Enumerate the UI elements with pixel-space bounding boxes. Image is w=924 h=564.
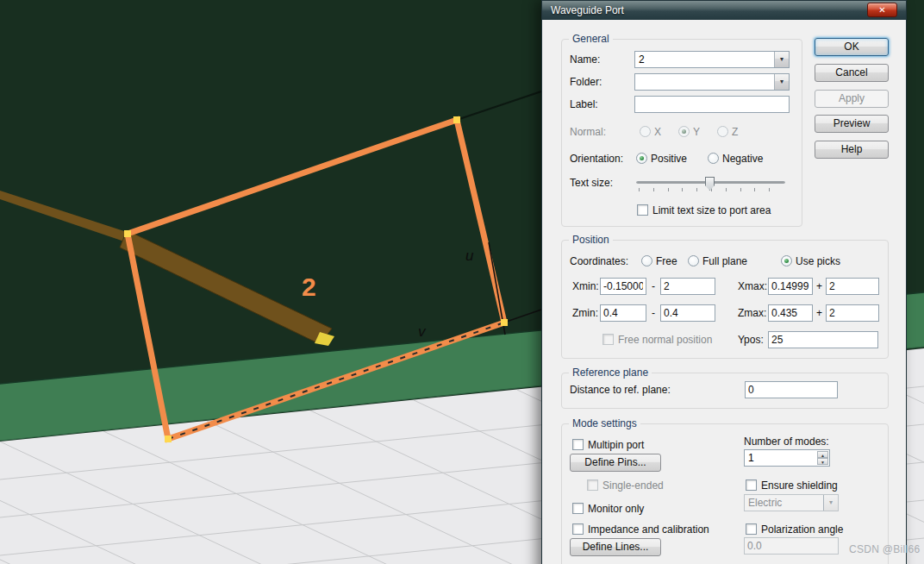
ensure-shielding-label[interactable]: Ensure shielding — [761, 477, 838, 494]
coordinates-free-radio[interactable] — [641, 255, 652, 266]
zmin-operator: - — [652, 304, 655, 322]
coordinates-free-label[interactable]: Free — [656, 253, 677, 270]
spin-up-icon[interactable]: ▲ — [817, 451, 828, 458]
polarization-angle-input — [744, 537, 839, 555]
spin-down-icon[interactable]: ▼ — [817, 458, 828, 465]
waveguide-port-dialog: Waveguide Port ✕ General Name: 2 ▾ Folde… — [541, 0, 907, 564]
coordinates-fullplane-label[interactable]: Full plane — [702, 253, 747, 270]
polarization-label[interactable]: Polarization angle — [761, 521, 843, 538]
watermark: CSDN @Bill66 — [849, 543, 920, 555]
dropdown-icon[interactable]: ▾ — [774, 74, 789, 90]
close-icon: ✕ — [878, 5, 885, 15]
monitor-only-label[interactable]: Monitor only — [588, 500, 644, 517]
free-normal-checkbox — [602, 334, 614, 345]
impedance-checkbox[interactable] — [572, 523, 584, 535]
monitor-only-checkbox[interactable] — [572, 503, 584, 514]
normal-z-radio — [717, 126, 728, 137]
orientation-label: Orientation: — [570, 150, 623, 167]
dialog-title: Waveguide Port — [551, 1, 624, 20]
u-axis-label: u — [465, 248, 474, 264]
zmax-operator: + — [816, 304, 822, 322]
preview-button[interactable]: Preview — [815, 115, 889, 133]
xmin-label: Xmin: — [572, 278, 599, 295]
name-label: Name: — [570, 51, 600, 68]
number-of-modes-label: Number of modes: — [744, 433, 829, 450]
xmax-offset-input[interactable] — [826, 278, 879, 295]
xmin-input[interactable] — [600, 278, 646, 295]
port-number-label: 2 — [302, 273, 316, 301]
reference-plane-group-title: Reference plane — [569, 367, 652, 379]
normal-x-radio — [640, 126, 651, 137]
free-normal-label: Free normal position — [618, 331, 712, 348]
text-size-slider[interactable] — [636, 175, 785, 194]
text-size-label: Text size: — [570, 174, 613, 191]
multipin-checkbox[interactable] — [572, 439, 584, 450]
orientation-negative-label[interactable]: Negative — [722, 150, 763, 167]
ypos-label: Ypos: — [738, 331, 764, 348]
boundary-select: Electric ▾ — [744, 494, 839, 511]
limit-text-checkbox[interactable] — [637, 204, 648, 216]
limit-text-label[interactable]: Limit text size to port area — [652, 202, 771, 219]
folder-combo[interactable]: ▾ — [634, 73, 790, 91]
normal-z-label: Z — [732, 123, 738, 141]
dialog-titlebar[interactable]: Waveguide Port ✕ — [542, 1, 906, 20]
help-button[interactable]: Help — [815, 141, 889, 159]
folder-label: Folder: — [570, 73, 602, 91]
dropdown-icon[interactable]: ▾ — [774, 52, 789, 67]
number-of-modes-value: 1 — [748, 451, 754, 465]
coordinates-fullplane-radio[interactable] — [688, 255, 699, 266]
name-combo-value: 2 — [639, 53, 645, 66]
zmax-input[interactable] — [768, 304, 813, 322]
single-ended-checkbox — [587, 479, 598, 491]
normal-x-label: X — [654, 123, 661, 141]
impedance-label[interactable]: Impedance and calibration — [588, 521, 709, 538]
distance-input[interactable] — [745, 381, 838, 398]
ypos-input[interactable] — [768, 331, 878, 348]
zmax-offset-input[interactable] — [826, 304, 879, 322]
xmin-offset-input[interactable] — [660, 278, 715, 295]
zmax-label: Zmax: — [738, 304, 766, 322]
apply-button: Apply — [815, 90, 889, 108]
zmin-offset-input[interactable] — [660, 304, 715, 322]
dropdown-icon: ▾ — [823, 495, 838, 511]
ok-button[interactable]: OK — [815, 38, 889, 56]
label-label: Label: — [570, 96, 598, 113]
dialog-body: General Name: 2 ▾ Folder: ▾ Label: Norma… — [542, 20, 906, 564]
xmax-input[interactable] — [768, 278, 813, 295]
name-combo[interactable]: 2 ▾ — [634, 51, 790, 68]
define-pins-button[interactable]: Define Pins... — [570, 454, 661, 472]
multipin-label[interactable]: Multipin port — [588, 436, 644, 454]
normal-y-label: Y — [693, 123, 700, 141]
single-ended-label: Single-ended — [602, 477, 664, 494]
orientation-positive-radio[interactable] — [636, 153, 647, 164]
screen: 2 u v Waveguide Port ✕ General Name: 2 ▾… — [0, 0, 924, 564]
coordinates-usepicks-label[interactable]: Use picks — [796, 253, 840, 270]
label-input[interactable] — [634, 96, 790, 113]
cancel-button[interactable]: Cancel — [815, 64, 889, 82]
general-group-title: General — [569, 33, 613, 45]
coordinates-label: Coordinates: — [570, 253, 628, 270]
normal-y-radio — [678, 126, 690, 137]
xmin-operator: - — [652, 278, 655, 295]
xmax-label: Xmax: — [738, 278, 767, 295]
close-button[interactable]: ✕ — [867, 3, 897, 17]
polarization-checkbox[interactable] — [746, 523, 757, 535]
orientation-negative-radio[interactable] — [708, 153, 719, 164]
position-group-title: Position — [569, 234, 613, 246]
define-lines-button[interactable]: Define Lines... — [570, 538, 661, 556]
coordinates-usepicks-radio[interactable] — [781, 255, 792, 266]
distance-label: Distance to ref. plane: — [570, 381, 671, 398]
ensure-shielding-checkbox[interactable] — [746, 479, 757, 491]
zmin-label: Zmin: — [572, 304, 598, 322]
boundary-select-value: Electric — [748, 496, 782, 510]
number-of-modes-input[interactable]: 1 ▲ ▼ — [744, 449, 830, 467]
mode-settings-group-title: Mode settings — [569, 417, 640, 429]
orientation-positive-label[interactable]: Positive — [651, 150, 687, 167]
xmax-operator: + — [816, 278, 822, 295]
zmin-input[interactable] — [600, 304, 646, 322]
normal-label: Normal: — [570, 123, 606, 141]
